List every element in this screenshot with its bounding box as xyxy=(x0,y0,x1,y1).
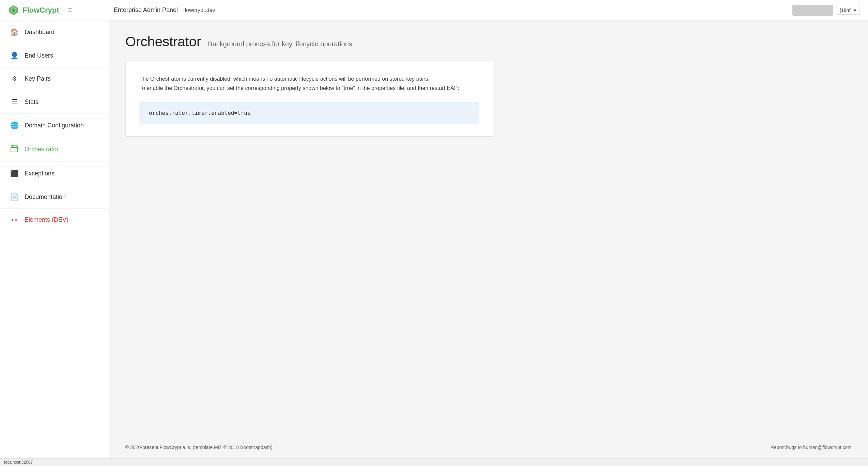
sidebar-item-end-users[interactable]: 👤 End Users xyxy=(0,44,109,67)
sidebar-label-elements-dev: Elements (DEV) xyxy=(25,216,68,223)
exceptions-icon: ⬛ xyxy=(10,169,19,177)
sidebar-item-dashboard[interactable]: 🏠 Dashboard xyxy=(0,20,109,44)
status-bar: localhost:32667 xyxy=(0,458,868,466)
key-pairs-icon: ⚙ xyxy=(10,75,19,82)
sidebar-label-documentation: Documentation xyxy=(25,193,66,201)
logo-text: FlowCrypt xyxy=(22,6,59,15)
page-header: Orchestrator Background process for key … xyxy=(125,34,852,49)
code-icon: <> xyxy=(10,217,19,223)
sidebar-label-key-pairs: Key Pairs xyxy=(25,75,51,82)
footer: © 2020-present FlowCrypt a. s. (template… xyxy=(109,436,868,458)
sidebar-label-end-users: End Users xyxy=(25,52,53,59)
card-line1: The Orchestrator is currently disabled, … xyxy=(139,76,430,82)
globe-icon: 🌐 xyxy=(10,121,19,129)
sidebar-label-stats: Stats xyxy=(25,98,38,106)
header: FlowCrypt ≡ Enterprise Admin Panel flowc… xyxy=(0,0,868,20)
main-content: Orchestrator Background process for key … xyxy=(109,20,868,458)
sidebar-label-exceptions: Exceptions xyxy=(25,170,55,177)
sidebar-label-domain-configuration: Domain Configuration xyxy=(25,122,84,129)
footer-report-bugs: Report bugs to human@flowcrypt.com xyxy=(771,445,852,450)
svg-rect-3 xyxy=(11,146,18,152)
sidebar-item-key-pairs[interactable]: ⚙ Key Pairs xyxy=(0,67,109,90)
page-subtitle: Background process for key lifecycle ope… xyxy=(208,40,352,48)
sidebar: 🏠 Dashboard 👤 End Users ⚙ Key Pairs ☰ St… xyxy=(0,20,109,458)
header-domain: flowcrypt.dev xyxy=(183,7,215,13)
header-app-title: Enterprise Admin Panel xyxy=(114,6,178,14)
page-title: Orchestrator xyxy=(125,34,201,49)
users-icon: 👤 xyxy=(10,51,19,60)
orchestrator-icon xyxy=(10,145,19,154)
orchestrator-card: The Orchestrator is currently disabled, … xyxy=(125,62,493,137)
documentation-icon: 📄 xyxy=(10,193,19,201)
sidebar-label-dashboard: Dashboard xyxy=(25,29,55,36)
header-center: Enterprise Admin Panel flowcrypt.dev xyxy=(114,6,792,14)
hamburger-icon[interactable]: ≡ xyxy=(68,6,72,14)
chevron-down-icon: ▾ xyxy=(854,7,856,13)
card-line2: To enable the Orchestrator, you can set … xyxy=(139,85,459,91)
sidebar-item-orchestrator[interactable]: Orchestrator xyxy=(0,137,109,162)
content-area: Orchestrator Background process for key … xyxy=(109,20,868,436)
card-body-text: The Orchestrator is currently disabled, … xyxy=(139,74,479,93)
flowcrypt-logo-icon xyxy=(8,5,19,16)
session-label: [18m] xyxy=(840,7,852,13)
user-avatar xyxy=(792,5,833,16)
sidebar-item-elements-dev[interactable]: <> Elements (DEV) xyxy=(0,209,109,231)
code-content: orchestrator.timer.enabled=true xyxy=(149,110,251,116)
code-block: orchestrator.timer.enabled=true xyxy=(139,102,479,124)
home-icon: 🏠 xyxy=(10,28,19,36)
sidebar-item-documentation[interactable]: 📄 Documentation xyxy=(0,185,109,209)
sidebar-item-domain-configuration[interactable]: 🌐 Domain Configuration xyxy=(0,114,109,137)
header-right: [18m] ▾ xyxy=(792,5,860,16)
sidebar-item-stats[interactable]: ☰ Stats xyxy=(0,90,109,114)
sidebar-item-exceptions[interactable]: ⬛ Exceptions xyxy=(0,162,109,185)
session-dropdown[interactable]: [18m] ▾ xyxy=(836,6,860,15)
layout: 🏠 Dashboard 👤 End Users ⚙ Key Pairs ☰ St… xyxy=(0,20,868,458)
status-url: localhost:32667 xyxy=(4,460,33,465)
stats-icon: ☰ xyxy=(10,98,19,106)
logo-area: FlowCrypt ≡ xyxy=(8,5,114,16)
footer-copyright: © 2020-present FlowCrypt a. s. (template… xyxy=(125,445,273,450)
sidebar-label-orchestrator: Orchestrator xyxy=(25,146,59,153)
